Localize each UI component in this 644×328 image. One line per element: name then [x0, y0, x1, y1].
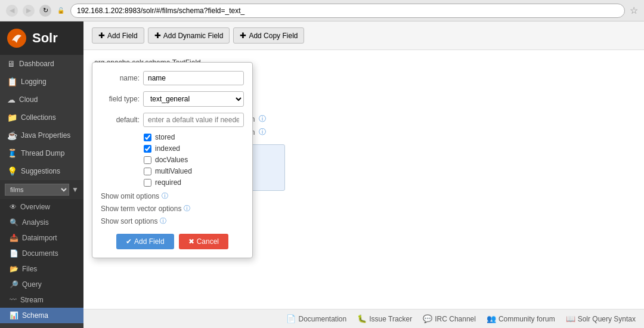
refresh-button[interactable]: ↻: [39, 5, 51, 17]
multivalued-checkbox-row: multiValued: [144, 167, 244, 175]
back-button[interactable]: ◀: [6, 5, 18, 17]
documentation-link[interactable]: 📄 Documentation: [286, 314, 346, 323]
sub-item-files[interactable]: 📂 Files: [0, 261, 83, 277]
add-copy-field-button[interactable]: ✚ Add Copy Field: [233, 27, 304, 44]
sub-item-label: Query: [22, 280, 42, 289]
community-forum-link[interactable]: 👥 Community forum: [487, 314, 555, 323]
add-button-label: Add Field: [134, 237, 165, 246]
overview-icon: 👁: [10, 203, 17, 211]
core-selector-dropdown[interactable]: films: [5, 184, 69, 196]
core-select-row: films ▼: [0, 180, 83, 199]
sidebar-item-label: Thread Dump: [21, 149, 64, 157]
docvalues-checkbox-row: docValues: [144, 156, 244, 164]
sub-item-dataimport[interactable]: 📥 Dataimport: [0, 230, 83, 246]
suggestions-icon: 💡: [7, 166, 17, 176]
schema-icon: 📊: [10, 311, 18, 320]
sidebar-item-label: Logging: [21, 78, 47, 86]
sub-item-label: Dataimport: [22, 234, 57, 242]
issue-tracker-link[interactable]: 🐛 Issue Tracker: [357, 314, 412, 323]
field-type-select[interactable]: text_general string int long float doubl…: [143, 91, 244, 107]
term-vector-info-icon[interactable]: ⓘ: [184, 204, 190, 213]
thread-icon: 🧵: [7, 148, 17, 158]
main-content: ✚ Add Field ✚ Add Dynamic Field ✚ Add Co…: [83, 21, 644, 328]
name-input[interactable]: [143, 71, 244, 85]
show-sort-label: Show sort options: [101, 217, 157, 225]
multivalued-checkbox[interactable]: [144, 168, 151, 175]
sub-item-label: Schema: [22, 311, 48, 320]
add-dynamic-icon: ✚: [154, 31, 161, 40]
sub-item-stream[interactable]: 〰 Stream: [0, 292, 83, 308]
browser-chrome: ◀ ▶ ↻ 🔓 ☆: [0, 0, 644, 21]
add-copy-icon: ✚: [240, 31, 246, 40]
required-checkbox[interactable]: [144, 179, 151, 187]
show-sort-options-row[interactable]: Show sort options ⓘ: [101, 216, 244, 225]
required-label: required: [155, 178, 181, 187]
collections-icon: 📁: [7, 113, 17, 122]
sub-item-label: Analysis: [22, 218, 49, 227]
community-label: Community forum: [499, 315, 555, 323]
add-copy-field-label: Add Copy Field: [249, 32, 298, 40]
sort-info-icon[interactable]: ⓘ: [160, 216, 166, 225]
schema-toolbar: ✚ Add Field ✚ Add Dynamic Field ✚ Add Co…: [83, 21, 644, 50]
add-field-dialog: name: field type: text_general string in…: [92, 62, 253, 258]
sidebar-item-label: Collections: [21, 113, 56, 122]
sub-item-overview[interactable]: 👁 Overview: [0, 199, 83, 215]
stored-checkbox[interactable]: [144, 134, 151, 141]
sub-item-label: Overview: [20, 203, 50, 211]
sidebar-item-thread-dump[interactable]: 🧵 Thread Dump: [0, 144, 83, 162]
documentation-label: Documentation: [298, 315, 346, 323]
sidebar-item-suggestions[interactable]: 💡 Suggestions: [0, 162, 83, 180]
required-checkbox-row: required: [144, 178, 244, 187]
sub-item-documents[interactable]: 📄 Documents: [0, 246, 83, 261]
add-field-icon: ✚: [98, 31, 105, 40]
indexed-checkbox[interactable]: [144, 145, 151, 153]
sidebar-item-java-properties[interactable]: ☕ Java Properties: [0, 126, 83, 144]
dashboard-icon: 🖥: [7, 59, 16, 69]
sub-item-schema[interactable]: 📊 Schema: [0, 308, 83, 323]
show-term-vector-options-row[interactable]: Show term vector options ⓘ: [101, 204, 244, 213]
sidebar-item-collections[interactable]: 📁 Collections: [0, 109, 83, 126]
forward-button[interactable]: ▶: [23, 5, 35, 17]
query-icon: 🔎: [10, 280, 18, 289]
irc-icon: 💬: [423, 314, 432, 323]
solr-query-label: Solr Query Syntax: [578, 315, 636, 323]
sidebar-item-label: Suggestions: [21, 167, 60, 175]
core-select-arrow: ▼: [72, 185, 79, 194]
app-container: Solr 🖥 Dashboard 📋 Logging ☁ Cloud 📁 Col…: [0, 21, 644, 328]
dataimport-icon: 📥: [10, 234, 18, 242]
sub-item-query[interactable]: 🔎 Query: [0, 277, 83, 292]
solr-logo-icon: [6, 27, 27, 49]
default-input[interactable]: [143, 113, 244, 127]
solr-query-icon: 📖: [566, 314, 575, 323]
add-field-button[interactable]: ✚ Add Field: [92, 27, 144, 44]
add-dynamic-field-label: Add Dynamic Field: [163, 32, 224, 40]
bookmark-icon[interactable]: ☆: [630, 5, 638, 16]
cancel-x-icon: ✖: [188, 237, 194, 246]
irc-channel-link[interactable]: 💬 IRC Channel: [423, 314, 476, 323]
default-form-row: default:: [101, 113, 244, 127]
cloud-icon: ☁: [7, 95, 16, 104]
cancel-button-label: Cancel: [197, 237, 219, 246]
stored-checkbox-row: stored: [144, 133, 244, 141]
add-check-icon: ✔: [126, 237, 132, 246]
sidebar-item-cloud[interactable]: ☁ Cloud: [0, 91, 83, 109]
stream-icon: 〰: [10, 296, 17, 304]
docvalues-checkbox[interactable]: [144, 156, 151, 164]
default-label: default:: [101, 116, 140, 124]
files-icon: 📂: [10, 265, 18, 273]
cancel-button[interactable]: ✖ Cancel: [179, 234, 228, 249]
show-omit-label: Show omit options: [101, 192, 159, 200]
address-bar[interactable]: [70, 4, 625, 18]
omit-info-icon[interactable]: ⓘ: [162, 191, 168, 200]
add-dynamic-field-button[interactable]: ✚ Add Dynamic Field: [148, 27, 230, 44]
sub-item-analysis[interactable]: 🔍 Analysis: [0, 215, 83, 230]
security-icon: 🔓: [56, 6, 66, 16]
confirm-add-field-button[interactable]: ✔ Add Field: [116, 234, 174, 249]
field-type-form-row: field type: text_general string int long…: [101, 91, 244, 107]
show-omit-options-row[interactable]: Show omit options ⓘ: [101, 191, 244, 200]
sidebar-item-logging[interactable]: 📋 Logging: [0, 73, 83, 91]
solr-query-syntax-link[interactable]: 📖 Solr Query Syntax: [566, 314, 636, 323]
sidebar-item-label: Dashboard: [19, 60, 54, 68]
sidebar-item-dashboard[interactable]: 🖥 Dashboard: [0, 55, 83, 73]
sub-item-label: Files: [22, 265, 37, 273]
